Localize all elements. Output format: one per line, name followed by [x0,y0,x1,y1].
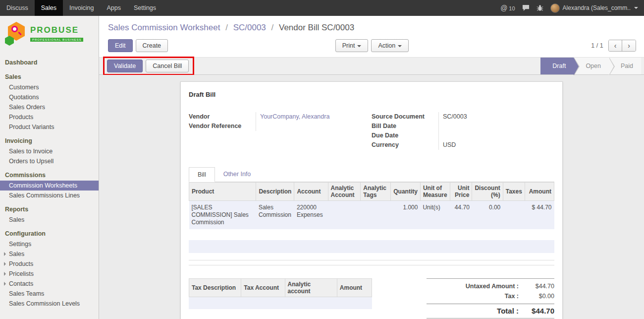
content-area: Draft Bill Vendor YourCompany, Alexandra… [99,75,644,319]
untaxed-amount-label: Untaxed Amount : [427,281,524,291]
sidebar-item-settings[interactable]: Settings [0,239,99,249]
topmenu-discuss[interactable]: Discuss [0,0,35,16]
breadcrumb-worksheets[interactable]: Sales Commission Worksheet [108,23,220,32]
sidebar-item-reports-sales[interactable]: Sales [0,215,99,225]
sidebar-item-sales-commission-levels[interactable]: Sales Commission Levels [0,299,99,309]
caret-down-icon [398,45,402,47]
sidebar-item-sales-teams[interactable]: Sales Teams [0,289,99,299]
sidebar-item-config-sales[interactable]: Sales [0,249,99,259]
col-product: Product [189,183,256,201]
sidebar-item-customers[interactable]: Customers [0,82,99,92]
sidebar-item-dashboard[interactable]: Dashboard [0,57,99,68]
avatar [550,3,560,13]
sidebar-item-sales-to-invoice[interactable]: Sales to Invoice [0,146,99,156]
chevron-right-icon [4,272,6,276]
tab-bill[interactable]: Bill [189,167,215,182]
probuse-logo[interactable]: PROBUSE PROFESSIONAL BUSINESS [0,16,99,54]
user-menu[interactable]: Alexandra (Sales_comm.. [550,3,638,13]
pager-previous-button[interactable]: ‹ [609,40,622,51]
sidebar-item-config-contacts[interactable]: Contacts [0,279,99,289]
due-date-label: Due Date [372,131,438,140]
sidebar-item-label: Sales [9,251,24,257]
sidebar-section-sales[interactable]: Sales [0,71,99,82]
total-label: Total : [427,306,524,316]
col-tax-account: Tax Account [241,279,285,297]
chat-bubble-icon[interactable] [522,4,530,11]
topbar-right: @ 10 Alexandra (Sales_comm.. [500,0,644,16]
sidebar-item-quotations[interactable]: Quotations [0,92,99,102]
tab-other-info[interactable]: Other Info [215,167,260,182]
tax-and-totals: Tax Description Tax Account Analytic acc… [189,278,554,319]
bill-date-field: Bill Date [372,122,554,131]
tax-label: Tax : [427,291,524,301]
top-navbar: Discuss Sales Invoicing Apps Settings @ … [0,0,644,16]
main-area: Sales Commission Worksheet / SC/0003 / V… [99,16,644,319]
col-discount: Discount (%) [472,183,503,201]
annotation-red-box: Validate Cancel Bill [103,57,194,75]
invoice-lines-table: Product Description Account Analytic Acc… [189,182,554,229]
sidebar-section-commissions[interactable]: Commissions [0,170,99,181]
vendor-value[interactable]: YourCompany, Alexandra [256,112,372,122]
debug-bug-icon[interactable] [537,4,543,11]
action-dropdown[interactable]: Action [371,39,409,52]
logo-subtitle: PROFESSIONAL BUSINESS [30,38,83,42]
cell-amount: $ 44.70 [525,201,554,230]
sidebar-item-config-products[interactable]: Products [0,259,99,269]
sidebar-item-sales-orders[interactable]: Sales Orders [0,102,99,112]
sidebar-item-label: Products [9,260,33,267]
tax-lines-header-row: Tax Description Tax Account Analytic acc… [189,279,372,297]
separator-line [189,265,554,265]
cell-account: 220000 Expenses [294,201,328,230]
status-draft[interactable]: Draft [540,58,574,74]
sidebar-section-invoicing[interactable]: Invoicing [0,135,99,146]
print-dropdown[interactable]: Print [335,39,369,52]
create-button[interactable]: Create [136,39,168,52]
cancel-bill-button[interactable]: Cancel Bill [146,60,189,72]
col-analytic-account: Analytic Account [328,183,361,201]
pager-buttons: ‹ › [608,40,636,52]
sidebar-item-commission-worksheets[interactable]: Commission Worksheets [0,181,99,191]
topmenu-sales[interactable]: Sales [35,0,63,16]
topmenu-invoicing[interactable]: Invoicing [63,0,100,16]
pager-value: 1 / 1 [591,42,603,49]
source-document-field: Source Document SC/0003 [372,112,554,122]
cell-quantity: 1.000 [391,201,421,230]
user-name: Alexandra (Sales_comm.. [563,4,631,11]
breadcrumb-separator: / [225,23,228,32]
sidebar-item-products[interactable]: Products [0,112,99,122]
sidebar-section-reports[interactable]: Reports [0,204,99,215]
pager-next-button[interactable]: › [622,40,636,51]
action-label: Action [378,42,395,49]
source-document-label: Source Document [372,112,438,122]
edit-button[interactable]: Edit [108,39,133,52]
col-tax-analytic-account: Analytic account [285,279,337,297]
field-group-left: Vendor YourCompany, Alexandra Vendor Ref… [189,112,372,150]
cell-discount: 0.00 [472,201,503,230]
col-account: Account [294,183,328,201]
currency-field: Currency USD [372,140,554,150]
topmenu-apps[interactable]: Apps [100,0,127,16]
mentions-button[interactable]: @ 10 [500,4,515,12]
chevron-right-icon [4,252,6,256]
sidebar-item-product-variants[interactable]: Product Variants [0,122,99,132]
tax-lines-table: Tax Description Tax Account Analytic acc… [189,278,372,297]
invoice-lines-header-row: Product Description Account Analytic Acc… [189,183,554,201]
sidebar-section-configuration[interactable]: Configuration [0,228,99,239]
topmenu-settings[interactable]: Settings [127,0,162,16]
app-window: Discuss Sales Invoicing Apps Settings @ … [0,0,644,319]
col-analytic-tags: Analytic Tags [361,183,391,201]
print-label: Print [342,42,355,49]
vendor-label: Vendor [189,112,256,122]
sidebar-item-sales-commissions-lines[interactable]: Sales Commissions Lines [0,191,99,200]
validate-button[interactable]: Validate [107,60,143,72]
breadcrumb-record[interactable]: SC/0003 [233,23,266,32]
col-tax-description: Tax Description [189,279,241,297]
sidebar-item-orders-to-upsell[interactable]: Orders to Upsell [0,156,99,166]
cell-taxes [503,201,525,230]
cell-product: [SALES COMMISSION] Sales Commission [189,201,256,230]
invoice-line-row[interactable]: [SALES COMMISSION] Sales Commission Sale… [189,201,554,230]
sidebar-item-config-pricelists[interactable]: Pricelists [0,269,99,279]
source-document-value: SC/0003 [438,112,554,122]
field-group-right: Source Document SC/0003 Bill Date Due Da… [372,112,554,150]
chevron-right-icon [4,282,6,286]
